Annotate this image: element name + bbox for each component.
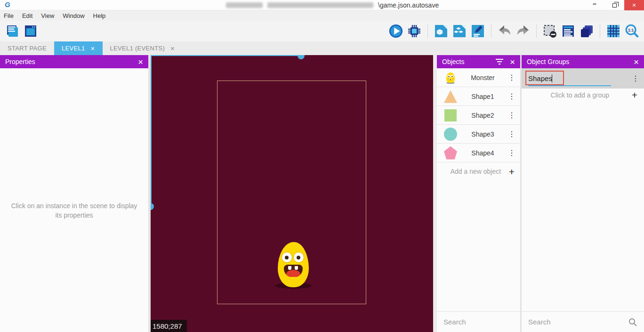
redo-icon[interactable]	[515, 24, 531, 39]
triangle-thumbnail-icon	[444, 90, 457, 103]
undo-icon[interactable]	[497, 24, 512, 39]
menu-edit[interactable]: Edit	[18, 10, 37, 21]
debug-icon[interactable]	[407, 24, 422, 39]
group-menu-dots-icon[interactable]: ⋮	[632, 75, 639, 82]
object-row-shape3[interactable]: Shape3 ⋮	[437, 125, 520, 144]
play-preview-icon[interactable]	[388, 24, 403, 39]
tab-close-icon[interactable]: ×	[170, 44, 175, 52]
restore-button[interactable]	[604, 0, 624, 10]
toolbar-right-group: 1:1	[388, 24, 639, 39]
groups-search-input[interactable]	[528, 318, 624, 326]
menubar: File Edit View Window Help	[0, 10, 644, 21]
tab-label: START PAGE	[8, 45, 47, 52]
properties-hint-text: Click on an instance in the scene to dis…	[0, 201, 148, 220]
object-menu-dots-icon[interactable]: ⋮	[508, 149, 515, 157]
grid-icon	[606, 24, 621, 39]
toolbar-divider	[491, 24, 491, 38]
monster-thumbnail-icon	[443, 71, 458, 85]
groups-search-bar	[522, 311, 644, 332]
deselect-instances-icon[interactable]	[542, 24, 557, 39]
properties-panel: Properties × Click on an instance in the…	[0, 55, 148, 332]
scene-edge-highlight-left	[151, 55, 152, 206]
scene-resize-handle-left[interactable]	[151, 203, 154, 210]
tabbar: START PAGE LEVEL1 × LEVEL1 (EVENTS) ×	[0, 41, 644, 55]
text-caret	[552, 74, 552, 82]
tab-level1[interactable]: LEVEL1 ×	[54, 41, 103, 55]
layers-icon	[579, 24, 594, 39]
object-groups-editor-icon	[452, 24, 467, 39]
properties-panel-header: Properties ×	[0, 55, 148, 68]
object-row-shape1[interactable]: Shape1 ⋮	[437, 87, 520, 106]
object-menu-dots-icon[interactable]: ⋮	[508, 130, 515, 138]
scene-properties-icon[interactable]	[470, 24, 485, 39]
menu-view[interactable]: View	[37, 10, 58, 21]
toolbar: 1:1	[0, 21, 644, 41]
object-groups-panel: Object Groups × ⋮ Click to add a group +	[522, 55, 644, 332]
object-row-monster[interactable]: Monster ⋮	[437, 68, 520, 87]
instances-list-icon[interactable]	[561, 24, 576, 39]
close-button[interactable]: ×	[624, 0, 644, 10]
restore-icon	[612, 3, 617, 8]
project-manager-icon	[5, 24, 19, 38]
filter-icon[interactable]	[496, 59, 503, 65]
scene-resize-handle-top[interactable]	[298, 55, 305, 59]
object-row-shape4[interactable]: Shape4 ⋮	[437, 144, 520, 162]
project-manager-icon[interactable]	[5, 24, 20, 39]
grid-icon[interactable]	[606, 24, 621, 39]
circle-thumbnail-icon	[444, 128, 457, 141]
debug-chip-icon	[407, 24, 422, 39]
main-area: Properties × Click on an instance in the…	[0, 55, 644, 332]
object-menu-dots-icon[interactable]: ⋮	[508, 112, 515, 119]
menu-help[interactable]: Help	[89, 10, 110, 21]
play-icon	[388, 23, 403, 39]
group-name-field	[524, 68, 632, 89]
object-label: Shape2	[458, 112, 508, 119]
edit-pencil-icon	[470, 24, 485, 39]
objects-panel-title: Objects	[442, 58, 464, 65]
toolbar-divider	[536, 24, 537, 38]
object-label: Shape4	[458, 149, 508, 157]
plus-icon: +	[632, 90, 637, 100]
object-groups-panel-title: Object Groups	[527, 58, 569, 65]
monster-body	[278, 242, 309, 287]
objects-search-bar	[437, 311, 520, 332]
tab-level1-events[interactable]: LEVEL1 (EVENTS) ×	[103, 41, 183, 55]
objects-close-icon[interactable]: ×	[510, 57, 515, 66]
plus-icon: +	[509, 167, 515, 177]
titlebar: G \game.json.autosave – ×	[0, 0, 644, 10]
scene-edge-highlight-top	[151, 55, 301, 56]
scene-canvas[interactable]: 1580;287	[151, 55, 433, 332]
tab-close-icon[interactable]: ×	[90, 44, 95, 52]
menu-file[interactable]: File	[4, 10, 18, 21]
add-group-row[interactable]: Click to add a group +	[522, 89, 644, 101]
minimize-icon: –	[593, 0, 596, 8]
start-page-icon[interactable]	[23, 24, 38, 39]
monster-eye	[294, 252, 304, 262]
zoom-original-icon[interactable]: 1:1	[624, 24, 639, 39]
tab-label: LEVEL1 (EVENTS)	[110, 45, 165, 52]
monster-mouth	[284, 265, 303, 277]
properties-close-icon[interactable]: ×	[138, 57, 143, 66]
add-group-label: Click to add a group	[528, 91, 632, 99]
object-row-shape2[interactable]: Shape2 ⋮	[437, 106, 520, 125]
objects-editor-icon	[434, 24, 449, 39]
object-menu-dots-icon[interactable]: ⋮	[508, 93, 515, 100]
group-name-input[interactable]	[524, 74, 632, 82]
objects-panel-header: Objects ×	[437, 55, 520, 68]
deselect-icon	[542, 24, 557, 39]
window-controls: – ×	[585, 0, 644, 10]
menu-window[interactable]: Window	[58, 10, 89, 21]
tab-start-page[interactable]: START PAGE	[0, 41, 54, 55]
redo-arrow-icon	[515, 24, 531, 39]
add-object-row[interactable]: Add a new object +	[437, 162, 520, 180]
minimize-button[interactable]: –	[585, 0, 604, 10]
object-groups-editor-icon[interactable]	[452, 24, 467, 39]
cursor-coordinates: 1580;287	[151, 320, 187, 332]
layers-icon[interactable]	[579, 24, 594, 39]
monster-instance[interactable]	[272, 242, 314, 290]
objects-editor-icon[interactable]	[434, 24, 449, 39]
object-menu-dots-icon[interactable]: ⋮	[508, 74, 515, 81]
redacted-path-segment	[226, 2, 263, 8]
tab-label: LEVEL1	[62, 45, 85, 52]
object-groups-close-icon[interactable]: ×	[634, 57, 639, 66]
